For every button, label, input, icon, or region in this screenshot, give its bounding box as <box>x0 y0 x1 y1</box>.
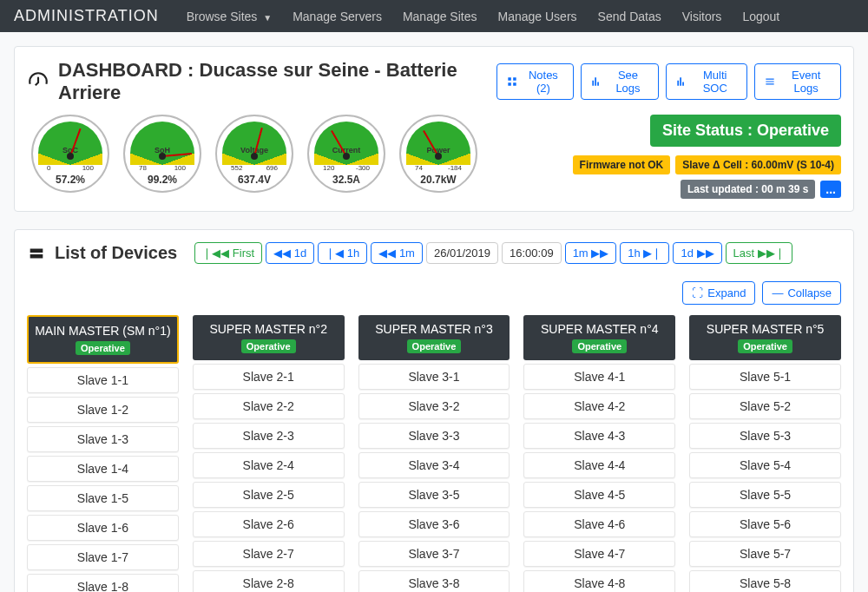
slave-item[interactable]: Slave 3-5 <box>358 482 510 508</box>
slave-label: Slave 1-4 <box>77 462 128 476</box>
slave-item[interactable]: Slave 5-5 <box>689 482 841 508</box>
device-column: SUPER MASTER n°4OperativeSlave 4-1Slave … <box>523 315 675 592</box>
nav-browse-sites[interactable]: Browse Sites ▼ <box>187 10 273 23</box>
more-button[interactable]: ... <box>820 181 841 198</box>
notes-button[interactable]: Notes (2) <box>496 63 574 100</box>
dashboard-title-text: DASHBOARD : Ducasse sur Seine - Batterie… <box>58 59 496 104</box>
slave-item[interactable]: Slave 1-6 <box>27 515 179 541</box>
slave-item[interactable]: Slave 1-4 <box>27 456 179 482</box>
slave-item[interactable]: Slave 4-7 <box>523 541 675 567</box>
expand-label: Expand <box>707 286 746 299</box>
gauge-max: 100 <box>82 164 94 172</box>
nav-logout[interactable]: Logout <box>742 10 779 23</box>
nav-last-label: Last <box>733 247 755 260</box>
nav-manage-users[interactable]: Manage Users <box>498 10 577 23</box>
slave-label: Slave 2-2 <box>243 399 294 413</box>
site-status-badge: Site Status : Operative <box>650 115 841 147</box>
slave-label: Slave 4-5 <box>574 488 625 502</box>
gauge-value: 637.4V <box>217 174 292 186</box>
slave-item[interactable]: Slave 5-6 <box>689 511 841 537</box>
slave-label: Slave 3-4 <box>408 458 459 472</box>
dashboard-card: DASHBOARD : Ducasse sur Seine - Batterie… <box>14 46 854 212</box>
slave-label: Slave 1-2 <box>77 403 128 417</box>
nav-first-button[interactable]: ❘◀◀ First <box>194 242 262 264</box>
gauge-value: 99.2% <box>125 174 200 186</box>
expand-icon: ⛶ <box>692 286 703 299</box>
slave-item[interactable]: Slave 1-5 <box>27 485 179 511</box>
super-master[interactable]: SUPER MASTER n°4Operative <box>523 315 675 360</box>
slave-item[interactable]: Slave 3-4 <box>358 452 510 478</box>
nav-fwd-1m-button[interactable]: 1m ▶▶ <box>565 242 617 264</box>
slave-item[interactable]: Slave 2-5 <box>193 482 345 508</box>
expand-button[interactable]: ⛶ Expand <box>682 281 755 305</box>
slave-item[interactable]: Slave 5-3 <box>689 423 841 449</box>
slave-item[interactable]: Slave 4-4 <box>523 452 675 478</box>
slave-item[interactable]: Slave 2-8 <box>193 570 345 592</box>
time-input[interactable]: 16:00:09 <box>502 242 562 264</box>
slave-item[interactable]: Slave 2-4 <box>193 452 345 478</box>
nav-manage-servers[interactable]: Manage Servers <box>293 10 382 23</box>
slave-item[interactable]: Slave 4-3 <box>523 423 675 449</box>
chart-icon <box>590 76 602 88</box>
event-logs-button[interactable]: Event Logs <box>754 63 841 100</box>
slave-item[interactable]: Slave 2-1 <box>193 364 345 390</box>
slave-item[interactable]: Slave 4-2 <box>523 393 675 419</box>
multi-soc-button[interactable]: Multi SOC <box>666 63 747 100</box>
slave-item[interactable]: Slave 5-8 <box>689 570 841 592</box>
slave-item[interactable]: Slave 5-7 <box>689 541 841 567</box>
slave-label: Slave 5-2 <box>740 399 791 413</box>
slave-item[interactable]: Slave 2-3 <box>193 423 345 449</box>
slave-item[interactable]: Slave 4-5 <box>523 482 675 508</box>
slave-item[interactable]: Slave 3-3 <box>358 423 510 449</box>
main-master[interactable]: MAIN MASTER (SM n°1)Operative <box>27 315 179 364</box>
slave-item[interactable]: Slave 2-6 <box>193 511 345 537</box>
nav-last-button[interactable]: Last ▶▶❘ <box>726 242 792 264</box>
firmware-badge: Firmware not OK <box>573 155 671 174</box>
slave-item[interactable]: Slave 3-1 <box>358 364 510 390</box>
master-name: SUPER MASTER n°5 <box>693 322 838 336</box>
slave-label: Slave 3-2 <box>408 399 459 413</box>
nav-back-1m-button[interactable]: ◀◀ 1m <box>371 242 423 264</box>
gauge-min: 0 <box>47 164 50 172</box>
slave-item[interactable]: Slave 1-3 <box>27 426 179 452</box>
slave-item[interactable]: Slave 2-2 <box>193 393 345 419</box>
slave-item[interactable]: Slave 5-2 <box>689 393 841 419</box>
slave-label: Slave 5-7 <box>740 547 791 561</box>
slave-item[interactable]: Slave 1-7 <box>27 544 179 570</box>
nav-back-1d-button[interactable]: ◀◀ 1d <box>266 242 314 264</box>
slave-item[interactable]: Slave 1-1 <box>27 367 179 393</box>
slave-item[interactable]: Slave 2-7 <box>193 541 345 567</box>
nav-visitors[interactable]: Visitors <box>682 10 722 23</box>
delta-cell-badge: Slave Δ Cell : 60.00mV (S 10-4) <box>675 155 841 174</box>
slave-item[interactable]: Slave 4-1 <box>523 364 675 390</box>
gauge-value: 20.7kW <box>401 174 476 186</box>
slave-item[interactable]: Slave 3-2 <box>358 393 510 419</box>
navbar: ADMINISTRATION Browse Sites ▼ Manage Ser… <box>0 0 868 32</box>
dashboard-icon <box>27 70 49 93</box>
slave-item[interactable]: Slave 5-4 <box>689 452 841 478</box>
slave-item[interactable]: Slave 3-8 <box>358 570 510 592</box>
slave-label: Slave 4-6 <box>574 517 625 531</box>
see-logs-label: See Logs <box>607 69 649 95</box>
nav-fwd-1h-button[interactable]: 1h ▶❘ <box>620 242 669 264</box>
slave-item[interactable]: Slave 3-7 <box>358 541 510 567</box>
slave-item[interactable]: Slave 4-8 <box>523 570 675 592</box>
slave-label: Slave 5-5 <box>740 488 791 502</box>
nav-back-1h-button[interactable]: ❘◀ 1h <box>318 242 367 264</box>
super-master[interactable]: SUPER MASTER n°5Operative <box>689 315 841 360</box>
slave-label: Slave 1-3 <box>77 432 128 446</box>
super-master[interactable]: SUPER MASTER n°2Operative <box>193 315 345 360</box>
slave-item[interactable]: Slave 5-1 <box>689 364 841 390</box>
slave-item[interactable]: Slave 3-6 <box>358 511 510 537</box>
collapse-button[interactable]: — Collapse <box>762 281 841 305</box>
date-input[interactable]: 26/01/2019 <box>426 242 498 264</box>
gauge-value: 57.2% <box>33 174 108 186</box>
see-logs-button[interactable]: See Logs <box>581 63 659 100</box>
slave-item[interactable]: Slave 1-8 <box>27 574 179 592</box>
slave-item[interactable]: Slave 4-6 <box>523 511 675 537</box>
slave-item[interactable]: Slave 1-2 <box>27 397 179 423</box>
nav-manage-sites[interactable]: Manage Sites <box>403 10 477 23</box>
nav-fwd-1d-button[interactable]: 1d ▶▶ <box>673 242 721 264</box>
nav-send-datas[interactable]: Send Datas <box>598 10 661 23</box>
super-master[interactable]: SUPER MASTER n°3Operative <box>358 315 510 360</box>
